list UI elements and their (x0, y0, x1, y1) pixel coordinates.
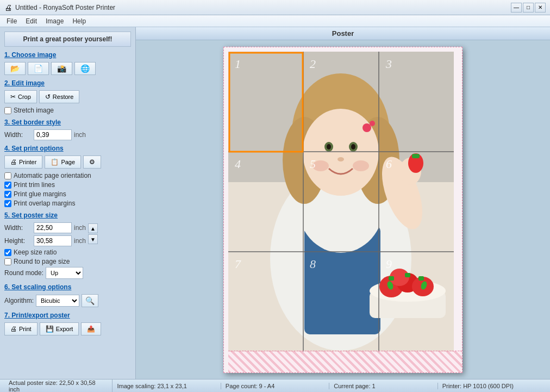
keep-ratio-checkbox[interactable] (4, 249, 11, 256)
printer-button[interactable]: 🖨 Printer (4, 155, 42, 169)
settings-button[interactable]: ⚙ (83, 155, 101, 169)
print-trim-label: Print trim lines (14, 181, 55, 189)
restore-button[interactable]: ↺ Restore (39, 90, 80, 103)
svg-point-17 (362, 123, 371, 132)
svg-point-16 (353, 160, 369, 171)
svg-point-18 (370, 121, 375, 126)
poster-width-row: Width: inch (4, 222, 86, 233)
print-overlap-label: Print overlap margins (14, 200, 75, 207)
menu-help[interactable]: Help (68, 16, 90, 27)
status-actual-size: Actual poster size: 22,50 x 30,58 inch (4, 379, 112, 393)
printer-page-buttons: 🖨 Printer 📋 Page ⚙ (4, 155, 131, 169)
svg-rect-31 (405, 273, 410, 277)
poster-image: 1 2 3 4 5 6 7 8 9 (228, 52, 454, 352)
auto-orientation-checkbox[interactable] (4, 172, 11, 179)
round-page-checkbox[interactable] (4, 258, 11, 265)
svg-text:5: 5 (310, 157, 316, 171)
menu-edit[interactable]: Edit (21, 16, 41, 27)
titlebar: 🖨 Untitled - RonyaSoft Poster Printer — … (0, 0, 550, 15)
svg-text:1: 1 (235, 57, 241, 71)
stretch-row: Stretch image (4, 107, 131, 114)
border-style-content: Width: inch (4, 129, 131, 140)
edit-buttons: ✂ Crop ↺ Restore (4, 90, 131, 103)
size-up-button[interactable]: ▲ (88, 223, 98, 233)
section-choose-image[interactable]: 1. Choose image (4, 51, 131, 59)
poster-overflow-area (228, 351, 462, 372)
print-button[interactable]: 🖨 Print (4, 322, 38, 335)
window-title: Untitled - RonyaSoft Poster Printer (15, 4, 511, 11)
print-export-buttons: 🖨 Print 💾 Export 📤 (4, 322, 131, 335)
app-icon: 🖨 (4, 3, 12, 12)
svg-text:9: 9 (386, 257, 392, 271)
print-overlap-row: Print overlap margins (4, 200, 131, 207)
left-panel: Print a great poster yourself! 1. Choose… (0, 27, 136, 379)
section-scaling[interactable]: 6. Set scaling options (4, 283, 131, 291)
print-overlap-checkbox[interactable] (4, 200, 11, 207)
svg-rect-30 (389, 276, 394, 281)
close-button[interactable]: ✕ (535, 3, 546, 13)
algorithm-select[interactable]: Bicubic Bilinear Nearest Neighbor (36, 295, 79, 307)
printer-label: Printer (19, 159, 36, 165)
svg-text:2: 2 (310, 57, 316, 71)
open-recent-button[interactable]: 📄 (28, 62, 49, 75)
crop-icon: ✂ (10, 93, 16, 101)
round-page-row: Round to page size (4, 258, 131, 265)
section-print-export[interactable]: 7. Print/export poster (4, 312, 131, 319)
choose-image-content: 📂 📄 📸 🌐 (4, 62, 131, 75)
border-width-input[interactable] (34, 129, 72, 140)
open-file-button[interactable]: 📂 (4, 62, 26, 75)
round-mode-label: Round mode: (4, 269, 43, 277)
svg-point-9 (303, 109, 379, 196)
svg-text:7: 7 (235, 257, 241, 271)
section-poster-size[interactable]: 5. Set poster size (4, 211, 131, 219)
main-layout: Print a great poster yourself! 1. Choose… (0, 27, 550, 379)
panel-header: Print a great poster yourself! (4, 32, 131, 47)
size-down-button[interactable]: ▼ (88, 234, 98, 244)
zoom-preview-button[interactable]: 🔍 (82, 294, 98, 307)
window-controls: — □ ✕ (511, 3, 546, 13)
algorithm-label: Algorithm: (4, 297, 34, 304)
status-page-count: Page count: 9 - A4 (221, 383, 329, 389)
menu-file[interactable]: File (2, 16, 21, 27)
page-button[interactable]: 📋 Page (45, 155, 81, 169)
status-current-page: Current page: 1 (329, 383, 438, 389)
gear-icon: ⚙ (89, 158, 95, 166)
poster-width-unit: inch (74, 224, 86, 232)
poster-height-input[interactable] (34, 235, 72, 246)
scaling-content: Algorithm: Bicubic Bilinear Nearest Neig… (4, 294, 131, 307)
poster-width-input[interactable] (34, 222, 72, 233)
section-border-style[interactable]: 3. Set border style (4, 119, 131, 126)
section-edit-image[interactable]: 2. Edit image (4, 79, 131, 87)
auto-orientation-label: Automatic page orientation (14, 172, 91, 179)
svg-text:8: 8 (310, 257, 316, 271)
round-mode-row: Round mode: Up Down Nearest (4, 267, 131, 279)
stretch-checkbox[interactable] (4, 107, 11, 114)
crop-button[interactable]: ✂ Crop (4, 90, 37, 103)
share-button[interactable]: 📤 (81, 322, 101, 335)
poster-height-row: Height: inch (4, 235, 86, 246)
svg-rect-22 (412, 154, 420, 158)
print-options-content: 🖨 Printer 📋 Page ⚙ Automatic page orient… (4, 155, 131, 207)
auto-orientation-row: Automatic page orientation (4, 172, 131, 179)
svg-point-14 (338, 157, 344, 161)
round-mode-select[interactable]: Up Down Nearest (46, 267, 83, 279)
menu-image[interactable]: Image (41, 16, 68, 27)
maximize-button[interactable]: □ (523, 3, 534, 13)
algorithm-row: Algorithm: Bicubic Bilinear Nearest Neig… (4, 294, 131, 307)
crop-label: Crop (18, 94, 31, 100)
section-print-options[interactable]: 4. Set print options (4, 145, 131, 152)
border-width-label: Width: (4, 131, 32, 139)
poster-area: 1 2 3 4 5 6 7 8 9 (136, 40, 550, 379)
poster-width-label: Width: (4, 224, 32, 232)
minimize-button[interactable]: — (511, 3, 522, 13)
svg-text:6: 6 (386, 157, 392, 171)
url-button[interactable]: 🌐 (74, 62, 96, 75)
print-trim-checkbox[interactable] (4, 182, 11, 189)
export-button[interactable]: 💾 Export (40, 322, 79, 335)
right-panel: Poster (136, 27, 550, 379)
folder-open-icon: 📂 (10, 64, 20, 73)
screenshot-button[interactable]: 📸 (51, 62, 72, 75)
keep-ratio-label: Keep size ratio (14, 248, 57, 256)
print-glue-checkbox[interactable] (4, 191, 11, 198)
poster-size-content: Width: inch Height: inch ▲ ▼ (4, 222, 131, 279)
